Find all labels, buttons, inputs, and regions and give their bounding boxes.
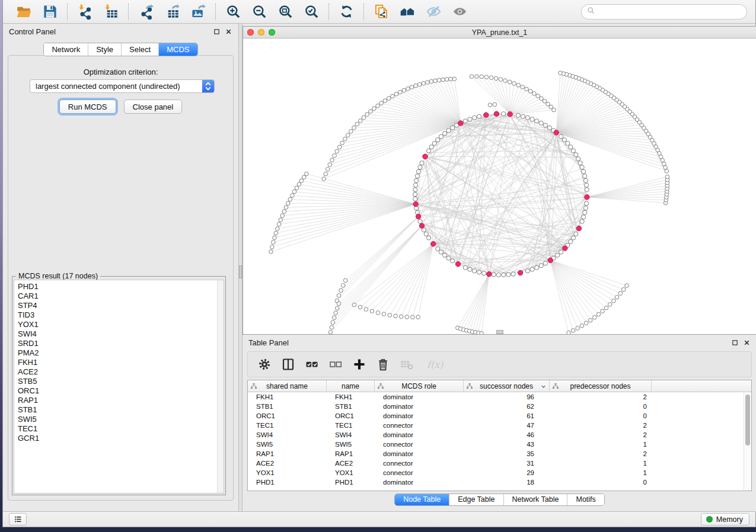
- table-row[interactable]: FKH1FKH1dominator962: [248, 392, 751, 402]
- mcds-list-scrollbar[interactable]: [217, 280, 224, 493]
- table-settings-icon[interactable]: [257, 355, 272, 373]
- mcds-result-item[interactable]: PHD1: [18, 282, 224, 291]
- mcds-result-item[interactable]: ORC1: [18, 386, 224, 396]
- cell-predecessors: 2: [550, 450, 652, 457]
- horizontal-splitter-handle[interactable]: [496, 330, 503, 334]
- export-network-icon[interactable]: [136, 2, 156, 21]
- close-panel-icon[interactable]: [742, 338, 751, 347]
- import-network-icon[interactable]: [75, 2, 95, 21]
- mcds-result-item[interactable]: STB5: [18, 377, 224, 386]
- memory-button[interactable]: Memory: [701, 513, 749, 525]
- export-image-icon[interactable]: [188, 2, 208, 21]
- mcds-result-item[interactable]: YOX1: [18, 320, 224, 329]
- table-toolbar: f(x): [247, 351, 752, 377]
- network-view-window: YPA_prune.txt_1: [243, 26, 756, 335]
- table-row[interactable]: ORC1ORC1dominator610: [248, 411, 751, 421]
- column-header-predecessor-nodes[interactable]: predecessor nodes: [550, 380, 652, 392]
- float-panel-icon[interactable]: [731, 338, 739, 347]
- import-table-icon[interactable]: [101, 2, 121, 21]
- tab-motifs[interactable]: Motifs: [567, 494, 604, 505]
- vertical-splitter[interactable]: [238, 24, 243, 512]
- cell-mcds_role: dominator: [375, 479, 464, 486]
- optimization-criterion-select[interactable]: largest connected component (undirected): [30, 79, 215, 93]
- vertical-splitter-handle[interactable]: [239, 265, 242, 278]
- table-scrollbar-thumb[interactable]: [745, 395, 750, 446]
- mcds-result-item[interactable]: FKH1: [18, 358, 224, 367]
- mcds-result-group: MCDS result (17 nodes) PHD1CAR1STP4TID3Y…: [12, 276, 226, 495]
- mcds-result-item[interactable]: ACE2: [18, 367, 224, 377]
- cell-shared_name: YOX1: [248, 469, 327, 476]
- run-mcds-button[interactable]: Run MCDS: [59, 100, 116, 114]
- open-file-icon[interactable]: [14, 2, 34, 21]
- tab-select[interactable]: Select: [121, 43, 158, 56]
- mcds-result-item[interactable]: STP4: [18, 301, 224, 310]
- table-row[interactable]: YOX1YOX1connector291: [248, 468, 751, 477]
- cell-successors: 62: [464, 403, 550, 410]
- zoom-selected-icon[interactable]: [301, 2, 321, 21]
- search-input[interactable]: [598, 8, 742, 17]
- mcds-result-item[interactable]: SRD1: [18, 339, 224, 348]
- tab-node-table[interactable]: Node Table: [395, 494, 449, 505]
- search-box[interactable]: [581, 4, 747, 20]
- mcds-result-list[interactable]: PHD1CAR1STP4TID3YOX1SWI4SRD1PMA2FKH1ACE2…: [14, 280, 224, 493]
- mcds-result-item[interactable]: SWI4: [18, 329, 224, 339]
- delete-column-icon[interactable]: [376, 355, 390, 373]
- table-row[interactable]: PHD1PHD1dominator180: [248, 477, 751, 487]
- mcds-result-item[interactable]: STB1: [18, 405, 224, 415]
- table-row[interactable]: STB1STB1dominator620: [248, 402, 751, 411]
- mcds-result-item[interactable]: GCR1: [18, 434, 224, 443]
- save-session-icon[interactable]: [40, 2, 60, 21]
- zoom-fit-icon[interactable]: [275, 2, 295, 21]
- panel-mode-icon[interactable]: [281, 355, 295, 373]
- status-bar: Memory: [3, 511, 755, 527]
- refresh-view-icon[interactable]: [336, 2, 356, 21]
- table-row[interactable]: SWI4SWI4dominator462: [248, 430, 751, 440]
- cell-mcds_role: dominator: [375, 393, 464, 400]
- column-header-name[interactable]: name: [327, 380, 375, 392]
- tab-network[interactable]: Network: [44, 43, 88, 56]
- column-header-MCDS-role[interactable]: MCDS role: [375, 380, 464, 392]
- deselect-all-icon[interactable]: [328, 355, 343, 373]
- export-table-icon[interactable]: [162, 2, 182, 21]
- first-neighbors-icon[interactable]: [397, 2, 417, 21]
- zoom-out-icon[interactable]: [249, 2, 269, 21]
- mcds-result-item[interactable]: TID3: [18, 310, 224, 320]
- table-row[interactable]: SWI5SWI5connector431: [248, 440, 751, 449]
- mcds-result-item[interactable]: RAP1: [18, 396, 224, 405]
- duplicate-network-icon[interactable]: [371, 2, 391, 21]
- close-panel-icon[interactable]: [224, 27, 232, 36]
- main-toolbar: [3, 0, 755, 24]
- network-window-titlebar: YPA_prune.txt_1: [243, 27, 756, 39]
- table-row[interactable]: RAP1RAP1dominator352: [248, 449, 751, 459]
- tab-edge-table[interactable]: Edge Table: [449, 494, 503, 505]
- hide-selected-icon[interactable]: [423, 2, 444, 21]
- tab-style[interactable]: Style: [88, 43, 121, 56]
- cell-successors: 61: [464, 412, 550, 419]
- mcds-result-item[interactable]: SWI5: [18, 415, 224, 424]
- tab-network-table[interactable]: Network Table: [503, 494, 567, 505]
- table-row[interactable]: TEC1TEC1connector472: [248, 421, 751, 430]
- memory-status-icon: [706, 516, 713, 523]
- status-list-icon[interactable]: [9, 513, 27, 525]
- cell-predecessors: 0: [550, 479, 652, 486]
- float-panel-icon[interactable]: [212, 27, 221, 36]
- mcds-result-item[interactable]: CAR1: [18, 291, 224, 301]
- close-panel-button[interactable]: Close panel: [124, 100, 183, 114]
- cell-successors: 96: [464, 393, 550, 400]
- add-column-icon[interactable]: [352, 355, 366, 373]
- show-all-icon[interactable]: [449, 2, 470, 21]
- tab-mcds[interactable]: MCDS: [158, 43, 197, 56]
- cell-predecessors: 0: [550, 412, 652, 419]
- cell-shared_name: SWI4: [248, 431, 327, 438]
- mcds-result-item[interactable]: PMA2: [18, 348, 224, 358]
- network-canvas[interactable]: [243, 39, 756, 334]
- table-row[interactable]: ACE2ACE2connector311: [248, 459, 751, 468]
- mcds-result-item[interactable]: TEC1: [18, 424, 224, 434]
- column-header-shared-name[interactable]: shared name: [248, 380, 327, 392]
- zoom-in-icon[interactable]: [223, 2, 243, 21]
- select-all-icon[interactable]: [305, 355, 319, 373]
- control-panel-title: Control Panel: [3, 27, 56, 36]
- cell-name: STB1: [327, 403, 375, 410]
- column-header-successor-nodes[interactable]: successor nodes: [464, 380, 550, 392]
- table-scrollbar[interactable]: [744, 393, 751, 491]
